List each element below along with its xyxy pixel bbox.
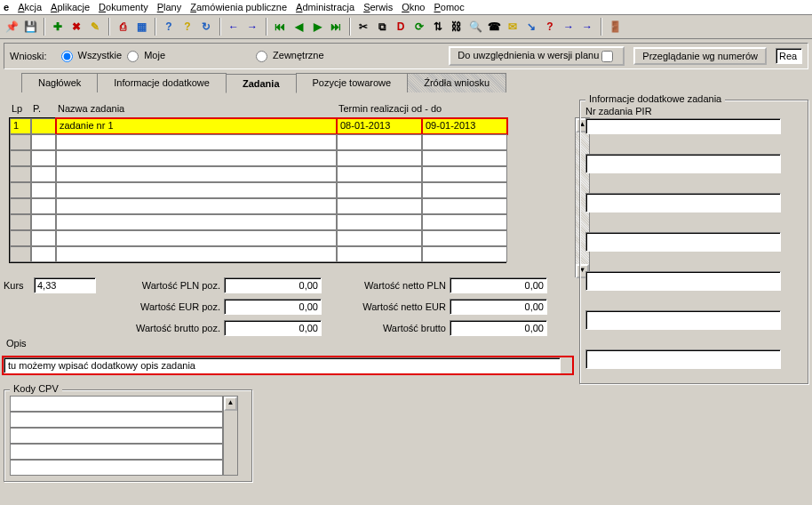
netto-eur-input[interactable] (450, 299, 547, 315)
grid-cell[interactable] (422, 182, 507, 198)
grid-cell[interactable] (337, 134, 422, 150)
grid-cell[interactable] (337, 182, 422, 198)
right-extra-input[interactable] (585, 349, 781, 369)
filter-radio-zewnętrzne[interactable]: Zewnętrzne (256, 50, 324, 60)
tab-źródła-wniosku[interactable]: Źródła wniosku (407, 73, 506, 92)
pin-icon[interactable]: 📌 (4, 19, 20, 35)
mail-icon[interactable]: ✉ (505, 19, 521, 35)
kurs-input[interactable] (34, 277, 96, 293)
cpv-row[interactable] (10, 412, 223, 428)
eur-poz-input[interactable] (224, 299, 322, 315)
search-icon[interactable]: 🔍 (467, 19, 483, 35)
arrow-r2-icon[interactable]: → (579, 19, 595, 35)
grid-cell[interactable] (56, 246, 337, 262)
menu-item[interactable]: Serwis (363, 2, 393, 12)
pln-poz-input[interactable] (224, 277, 322, 293)
print-icon[interactable]: ⎙ (115, 19, 131, 35)
tab-zadania[interactable]: Zadania (226, 74, 297, 93)
tab-informacje-dodatkowe[interactable]: Informacje dodatkowe (97, 73, 227, 92)
cpv-row[interactable] (10, 428, 223, 444)
grid-cell[interactable] (10, 230, 31, 246)
filter-radio-moje[interactable]: Moje (127, 50, 165, 60)
grid-cell[interactable] (337, 230, 422, 246)
grid-cell[interactable]: 08-01-2013 (337, 118, 422, 134)
grid-cell[interactable] (31, 230, 56, 246)
grid-cell[interactable] (422, 214, 507, 230)
grid-cell[interactable] (31, 166, 56, 182)
delete-icon[interactable]: ✖ (68, 19, 84, 35)
cpv-list[interactable] (10, 396, 223, 476)
right-extra-input[interactable] (585, 232, 781, 252)
nav-back-icon[interactable]: ← (226, 19, 242, 35)
brutto-poz-input[interactable] (224, 320, 322, 336)
menu-item[interactable]: Okno (402, 2, 425, 12)
menu-item[interactable]: Akcja (18, 2, 42, 12)
grid-cell[interactable] (10, 134, 31, 150)
grid-cell[interactable] (10, 166, 31, 182)
help2-icon[interactable]: ? (179, 19, 195, 35)
grid-cell[interactable] (56, 134, 337, 150)
grid-cell[interactable] (422, 150, 507, 166)
copy-icon[interactable]: ⧉ (374, 19, 390, 35)
przegladanie-button[interactable]: Przeglądanie wg numerów (633, 47, 767, 65)
next-icon[interactable]: ▶ (309, 19, 325, 35)
menu-item[interactable]: Dokumenty (99, 2, 148, 12)
right-extra-input[interactable] (585, 154, 781, 173)
sync-icon[interactable]: ⟳ (411, 19, 427, 35)
grid-cell[interactable]: 09-01-2013 (422, 118, 507, 134)
grid-cell[interactable] (31, 198, 56, 214)
search-input[interactable] (776, 48, 802, 64)
wand-icon[interactable]: ↘ (523, 19, 539, 35)
grid-cell[interactable] (422, 166, 507, 182)
cpv-row[interactable] (10, 460, 223, 476)
grid-cell[interactable] (31, 246, 56, 262)
d-icon[interactable]: D (393, 19, 409, 35)
grid-cell[interactable] (422, 246, 507, 262)
uwzglednienia-toggle[interactable]: Do uwzględnienia w wersji planu (449, 46, 625, 66)
cpv-row[interactable] (10, 396, 223, 412)
brutto-input[interactable] (450, 320, 547, 336)
first-icon[interactable]: ⏮ (272, 19, 288, 35)
tasks-grid[interactable]: 1zadanie nr 108-01-201309-01-2013 (9, 117, 506, 263)
grid-cell[interactable] (10, 182, 31, 198)
cpv-row[interactable] (10, 444, 223, 460)
grid-cell[interactable] (56, 214, 337, 230)
link-icon[interactable]: ⛓ (449, 19, 465, 35)
grid-cell[interactable] (56, 198, 337, 214)
nav-fwd-icon[interactable]: → (244, 19, 260, 35)
menu-item[interactable]: Zamówienia publiczne (190, 2, 287, 12)
menu-item[interactable]: Plany (157, 2, 182, 12)
grid-cell[interactable] (31, 134, 56, 150)
save-icon[interactable]: 💾 (22, 19, 38, 35)
uwzglednienia-checkbox[interactable] (601, 51, 613, 62)
grid-cell[interactable] (422, 134, 507, 150)
grid-cell[interactable] (31, 182, 56, 198)
menu-item[interactable]: Pomoc (434, 2, 464, 12)
filter-radio-wszystkie[interactable]: Wszystkie (61, 50, 123, 60)
grid-cell[interactable] (422, 230, 507, 246)
grid-cell[interactable] (31, 118, 56, 134)
grid-cell[interactable]: 1 (10, 118, 31, 134)
grid-cell[interactable] (337, 246, 422, 262)
grid-cell[interactable] (422, 198, 507, 214)
last-icon[interactable]: ⏭ (328, 19, 344, 35)
edit-icon[interactable]: ✎ (87, 19, 103, 35)
refresh-icon[interactable]: ↻ (198, 19, 214, 35)
grid-cell[interactable] (31, 214, 56, 230)
cut-icon[interactable]: ✂ (355, 19, 371, 35)
netto-pln-input[interactable] (450, 277, 547, 293)
cpv-scrollbar[interactable]: ▲ (223, 396, 238, 476)
scroll-up-icon[interactable]: ▲ (224, 397, 237, 411)
grid-cell[interactable] (31, 150, 56, 166)
right-extra-input[interactable] (585, 310, 781, 330)
grid-cell[interactable] (10, 150, 31, 166)
tab-nagłówek[interactable]: Nagłówek (21, 73, 98, 92)
grid-cell[interactable] (10, 198, 31, 214)
add-icon[interactable]: ✚ (50, 19, 66, 35)
grid-cell[interactable] (337, 198, 422, 214)
sort-icon[interactable]: ⇅ (430, 19, 446, 35)
grid-cell[interactable] (56, 230, 337, 246)
exit-icon[interactable]: 🚪 (607, 19, 623, 35)
grid-cell[interactable] (337, 166, 422, 182)
menu-item[interactable]: Administracja (296, 2, 354, 12)
